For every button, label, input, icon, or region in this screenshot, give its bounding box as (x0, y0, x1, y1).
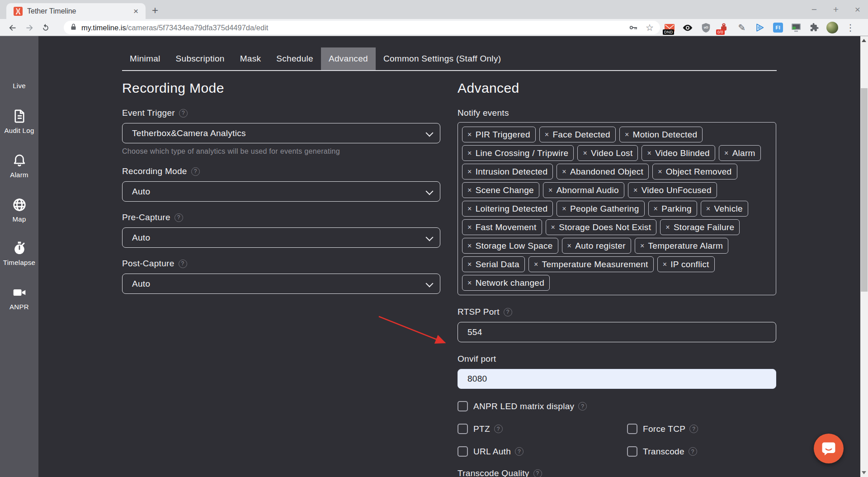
menu-dots-icon[interactable]: ⋮ (844, 21, 857, 34)
avatar-icon[interactable] (826, 21, 839, 34)
remove-tag-icon[interactable]: × (663, 260, 667, 269)
media-play-icon[interactable] (753, 21, 767, 34)
help-icon[interactable]: ? (533, 469, 542, 477)
notify-event-tag[interactable]: ×Abnormal Audio (543, 182, 624, 198)
password-key-icon[interactable] (628, 23, 638, 33)
help-icon[interactable]: ? (191, 167, 200, 176)
remove-tag-icon[interactable]: × (551, 223, 556, 231)
notify-event-tag[interactable]: ×Object Removed (652, 164, 737, 179)
sidebar-item-live[interactable]: Live (0, 82, 38, 90)
remove-tag-icon[interactable]: × (467, 260, 472, 269)
remove-tag-icon[interactable]: × (467, 186, 472, 194)
tab-close-icon[interactable]: × (131, 6, 141, 16)
remove-tag-icon[interactable]: × (562, 205, 566, 213)
notify-event-tag[interactable]: ×Storage Failure (660, 219, 740, 235)
notify-event-tag[interactable]: ×Video UnFocused (628, 182, 717, 198)
checkbox-box[interactable] (458, 424, 468, 434)
reload-button[interactable] (40, 22, 52, 33)
pencil-icon[interactable]: ✎ (735, 21, 749, 34)
sidebar-item-anpr[interactable]: ANPR (0, 285, 38, 311)
help-icon[interactable]: ? (689, 447, 697, 456)
stream-counter-icon[interactable]: 0/0 (717, 21, 731, 34)
scrollbar-thumb[interactable] (861, 88, 868, 292)
remove-tag-icon[interactable]: × (583, 149, 587, 157)
ublock-shield-icon[interactable]: uO (699, 21, 712, 34)
checkbox-box[interactable] (458, 401, 468, 411)
checkbox-force-tcp[interactable]: Force TCP? (627, 424, 776, 434)
remove-tag-icon[interactable]: × (640, 242, 645, 250)
remove-tag-icon[interactable]: × (625, 131, 629, 139)
tab-advanced[interactable]: Advanced (321, 47, 376, 70)
help-icon[interactable]: ? (515, 447, 524, 456)
help-icon[interactable]: ? (504, 308, 512, 316)
remove-tag-icon[interactable]: × (562, 168, 566, 176)
screen-share-icon[interactable] (789, 21, 803, 34)
remove-tag-icon[interactable]: × (665, 223, 670, 231)
checkbox-transcode[interactable]: Transcode? (627, 446, 776, 457)
help-icon[interactable]: ? (494, 425, 503, 433)
scroll-up-icon[interactable] (862, 39, 866, 42)
checkbox-anpr-led-matrix-display[interactable]: ANPR LED matrix display? (458, 401, 776, 411)
notify-event-tag[interactable]: ×Face Detected (539, 127, 616, 142)
puzzle-icon[interactable] (807, 21, 821, 34)
sidebar-item-alarm[interactable]: Alarm (0, 153, 38, 179)
browser-tab[interactable]: Tether Timeline × (6, 3, 146, 19)
remove-tag-icon[interactable]: × (467, 279, 472, 287)
notify-event-tag[interactable]: ×Serial Data (462, 256, 525, 272)
help-icon[interactable]: ? (578, 402, 587, 411)
profile-avatar[interactable] (826, 22, 838, 33)
bookmark-star-icon[interactable]: ☆ (646, 22, 654, 33)
notify-event-tag[interactable]: ×PIR Triggered (462, 127, 536, 142)
tab-subscription[interactable]: Subscription (168, 47, 232, 70)
notify-event-tag[interactable]: ×Line Crossing / Tripwire (462, 145, 574, 161)
remove-tag-icon[interactable]: × (654, 205, 658, 213)
tab-common-settings-staff-only[interactable]: Common Settings (Staff Only) (376, 47, 509, 70)
tab-schedule[interactable]: Schedule (269, 47, 321, 70)
remove-tag-icon[interactable]: × (633, 186, 638, 194)
font-tool-icon[interactable]: FI (771, 21, 785, 34)
new-tab-button[interactable]: + (152, 4, 158, 17)
help-icon[interactable]: ? (689, 425, 698, 433)
remove-tag-icon[interactable]: × (658, 168, 662, 176)
remove-tag-icon[interactable]: × (467, 223, 472, 231)
sidebar-item-audit-log[interactable]: Audit Log (0, 109, 38, 134)
tab-mask[interactable]: Mask (232, 47, 269, 70)
notify-event-tag[interactable]: ×Abandoned Object (557, 164, 649, 179)
checkbox-box[interactable] (627, 424, 637, 434)
remove-tag-icon[interactable]: × (467, 131, 472, 139)
eye-icon[interactable] (681, 21, 694, 34)
close-window-icon[interactable]: × (854, 4, 862, 15)
notify-event-tag[interactable]: ×Temperature Measurement (528, 256, 654, 272)
maximize-window-icon[interactable]: + (832, 4, 840, 15)
help-icon[interactable]: ? (175, 213, 183, 222)
back-button[interactable] (6, 22, 18, 33)
recording-mode-select[interactable]: Auto (122, 181, 440, 202)
remove-tag-icon[interactable]: × (467, 149, 472, 157)
notify-event-tag[interactable]: ×IP conflict (657, 256, 715, 272)
checkbox-url-auth[interactable]: URL Auth? (458, 446, 627, 457)
minimize-window-icon[interactable]: − (810, 4, 818, 15)
notify-event-tag[interactable]: ×Storage Low Space (462, 238, 558, 254)
remove-tag-icon[interactable]: × (567, 242, 572, 250)
remove-tag-icon[interactable]: × (467, 242, 472, 250)
remove-tag-icon[interactable]: × (467, 168, 472, 176)
event-trigger-select[interactable]: Tetherbox&Camera Analytics (122, 123, 440, 143)
notify-event-tag[interactable]: ×Auto register (562, 238, 631, 254)
notify-event-tag[interactable]: ×Motion Detected (619, 127, 703, 142)
notify-event-tag[interactable]: ×Video Blinded (642, 145, 715, 161)
post-capture-select[interactable]: Auto (122, 274, 440, 294)
remove-tag-icon[interactable]: × (647, 149, 651, 157)
notify-event-tag[interactable]: ×Alarm (719, 145, 761, 161)
onvif-port-input[interactable] (458, 369, 776, 389)
notify-events-box[interactable]: ×PIR Triggered×Face Detected×Motion Dete… (458, 122, 776, 295)
pre-capture-select[interactable]: Auto (122, 227, 440, 248)
sidebar-item-map[interactable]: Map (0, 197, 38, 223)
notify-event-tag[interactable]: ×Loitering Detected (462, 201, 553, 217)
notify-event-tag[interactable]: ×Scene Change (462, 182, 539, 198)
page-scrollbar[interactable] (860, 36, 868, 477)
notify-event-tag[interactable]: ×Fast Movement (462, 219, 542, 235)
notify-event-tag[interactable]: ×People Gathering (557, 201, 644, 217)
tab-minimal[interactable]: Minimal (122, 47, 168, 70)
remove-tag-icon[interactable]: × (467, 205, 472, 213)
notify-event-tag[interactable]: ×Temperature Alarm (635, 238, 728, 254)
